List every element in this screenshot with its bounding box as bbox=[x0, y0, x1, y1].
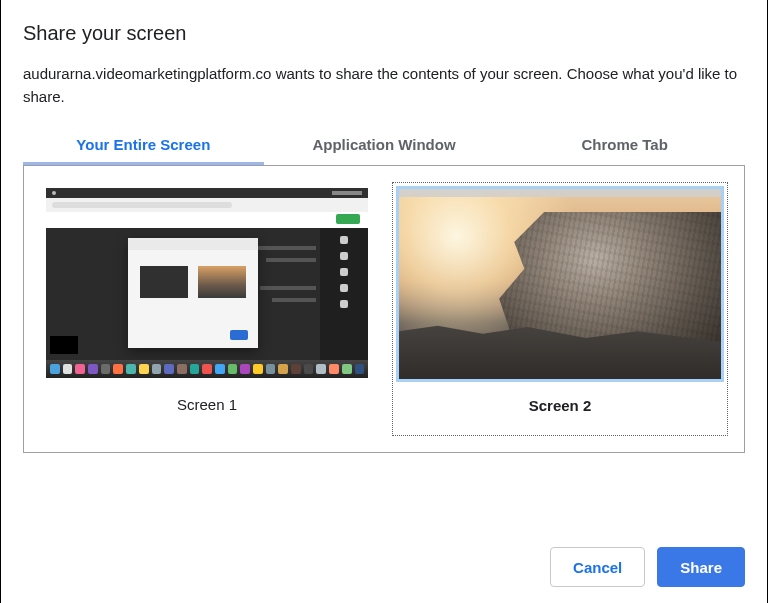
tab-application-window[interactable]: Application Window bbox=[264, 126, 505, 165]
dock-app-icon bbox=[355, 364, 365, 374]
dock-app-icon bbox=[101, 364, 111, 374]
dock-app-icon bbox=[215, 364, 225, 374]
dialog-title: Share your screen bbox=[23, 22, 745, 45]
dock-app-icon bbox=[304, 364, 314, 374]
dock-app-icon bbox=[240, 364, 250, 374]
cancel-button[interactable]: Cancel bbox=[550, 547, 645, 587]
share-button[interactable]: Share bbox=[657, 547, 745, 587]
dock-app-icon bbox=[342, 364, 352, 374]
dock-app-icon bbox=[164, 364, 174, 374]
screen-option-2[interactable]: Screen 2 bbox=[392, 182, 728, 436]
dock-app-icon bbox=[253, 364, 263, 374]
screen-options-panel: Screen 1 Screen 2 bbox=[23, 165, 745, 453]
screen-1-thumbnail bbox=[46, 188, 368, 378]
dock-app-icon bbox=[278, 364, 288, 374]
dock-app-icon bbox=[63, 364, 73, 374]
dock-app-icon bbox=[88, 364, 98, 374]
dialog-footer: Cancel Share bbox=[550, 547, 745, 587]
dialog-description: audurarna.videomarketingplatform.co want… bbox=[23, 63, 745, 108]
dock-app-icon bbox=[50, 364, 60, 374]
screen-1-label: Screen 1 bbox=[177, 396, 237, 413]
dock-app-icon bbox=[291, 364, 301, 374]
dock-app-icon bbox=[113, 364, 123, 374]
screen-option-1[interactable]: Screen 1 bbox=[40, 182, 374, 436]
source-tabs: Your Entire Screen Application Window Ch… bbox=[23, 126, 745, 165]
dock-app-icon bbox=[177, 364, 187, 374]
screen-2-thumbnail bbox=[399, 189, 721, 379]
dock-app-icon bbox=[202, 364, 212, 374]
dock-app-icon bbox=[266, 364, 276, 374]
dock-app-icon bbox=[152, 364, 162, 374]
dock-app-icon bbox=[139, 364, 149, 374]
dock-app-icon bbox=[190, 364, 200, 374]
tab-entire-screen[interactable]: Your Entire Screen bbox=[23, 126, 264, 165]
tab-chrome-tab[interactable]: Chrome Tab bbox=[504, 126, 745, 165]
dock-app-icon bbox=[316, 364, 326, 374]
dock-app-icon bbox=[329, 364, 339, 374]
share-screen-dialog: Share your screen audurarna.videomarketi… bbox=[0, 0, 768, 603]
dock-app-icon bbox=[75, 364, 85, 374]
dock-app-icon bbox=[228, 364, 238, 374]
dock-app-icon bbox=[126, 364, 136, 374]
screen-2-label: Screen 2 bbox=[529, 397, 592, 414]
